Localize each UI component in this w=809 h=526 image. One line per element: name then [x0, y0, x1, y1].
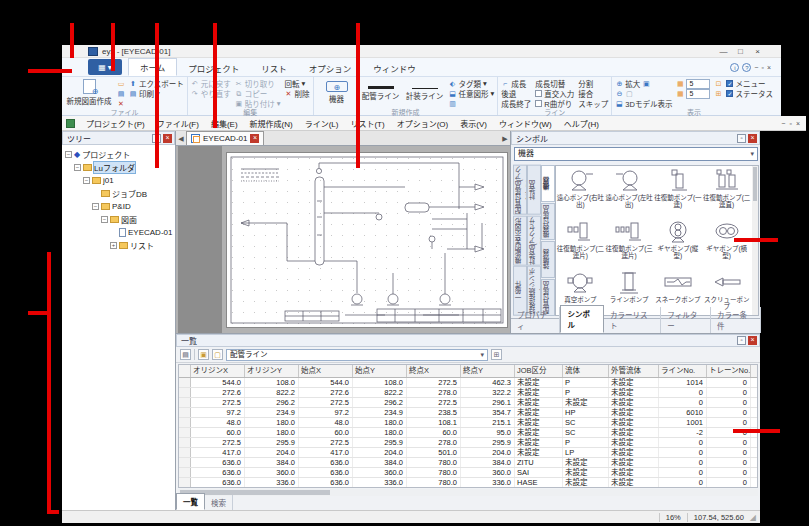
column-header[interactable]: オリジンX: [191, 365, 245, 377]
symbol-item[interactable]: ギヤポンプ(縦型): [654, 217, 703, 268]
resize-grip[interactable]: ◢: [750, 513, 756, 522]
save-button[interactable]: ▤: [117, 89, 125, 98]
tab-color-list[interactable]: カラーリスト: [604, 307, 661, 333]
menu-item[interactable]: オプション(O): [391, 118, 455, 129]
symbol-item[interactable]: 遠心ポンプ(右吐出): [556, 166, 605, 217]
collapse-icon[interactable]: −: [83, 177, 90, 184]
tree-item-j01[interactable]: −j01: [65, 174, 175, 187]
side-tab-active[interactable]: 機器: [541, 165, 555, 202]
tab-scroll-left-icon[interactable]: ◀: [176, 135, 186, 145]
retreat-button[interactable]: 後退: [501, 89, 531, 98]
row-selector[interactable]: [179, 418, 191, 427]
tab-list[interactable]: リスト: [250, 60, 298, 76]
table-row[interactable]: 417.0 204.0 417.0 204.0 501.0 204.0 未設定 …: [179, 448, 757, 458]
table-row[interactable]: 272.5 296.2 272.5 296.2 272.5 296.1 未設定 …: [179, 398, 757, 408]
table-row[interactable]: 272.5 295.9 272.5 295.9 278.0 295.9 未設定 …: [179, 438, 757, 448]
menu-checkbox[interactable]: ✓メニュー: [726, 79, 773, 88]
open-button[interactable]: ▭: [117, 79, 125, 88]
drawing-canvas[interactable]: [176, 146, 510, 333]
document-tab[interactable]: EYECAD-01 ×: [186, 131, 264, 145]
table-row[interactable]: 60.0 180.0 60.0 180.0 60.0 95.0 未設定 SC 未…: [179, 428, 757, 438]
extra-create-button[interactable]: ▥: [449, 99, 495, 108]
pin-icon[interactable]: ▫: [737, 336, 746, 345]
table-row[interactable]: 636.0 336.0 636.0 336.0 780.0 336.0 HASE…: [179, 478, 757, 488]
symbol-item[interactable]: 往復動ポンプ(三連片): [605, 217, 654, 268]
side-tab[interactable]: 雑機器: [541, 241, 555, 278]
side-tab[interactable]: 機器付属品: [541, 203, 555, 240]
mdi-restore-icon[interactable]: ▫: [761, 64, 763, 71]
tab-close-icon[interactable]: ×: [250, 134, 259, 143]
tree-item-list[interactable]: +リスト: [65, 239, 175, 252]
table-row[interactable]: 544.0 108.0 544.0 108.0 272.5 462.3 未設定 …: [179, 378, 757, 388]
status-checkbox[interactable]: ✓ステータス: [726, 89, 773, 98]
row-selector[interactable]: [179, 388, 191, 397]
tree-close-icon[interactable]: ×: [163, 134, 172, 143]
row-selector[interactable]: [179, 458, 191, 467]
grid-y-value[interactable]: 5: [686, 89, 710, 99]
collapse-icon[interactable]: −: [92, 203, 99, 210]
tab-window[interactable]: ウィンドウ: [362, 60, 427, 76]
delete-button[interactable]: ✕削除: [285, 89, 310, 98]
symbol-item[interactable]: 往復動ポンプ(二連直): [702, 166, 751, 217]
symbol-item[interactable]: 往復動ポンプ(二連片): [556, 217, 605, 268]
new-drawing-button[interactable]: ⊕ 新規図面作成: [65, 78, 113, 106]
tab-filter[interactable]: フィルター: [661, 307, 711, 333]
menu-item[interactable]: プロジェクト(P): [80, 118, 151, 129]
side-tab[interactable]: 機能的表示図形: [513, 216, 527, 266]
menu-item[interactable]: ヘルプ(H): [558, 118, 605, 129]
menu-item[interactable]: 新規作成(N): [244, 118, 299, 129]
list-close-icon[interactable]: ×: [748, 336, 757, 345]
tab-search[interactable]: 検索: [205, 495, 233, 510]
row-selector[interactable]: [179, 438, 191, 447]
equipment-button[interactable]: ⊕ 機器: [317, 78, 357, 104]
application-menu-button[interactable]: ▦▾: [88, 59, 122, 75]
clipboard-icon[interactable]: ▤: [180, 349, 191, 360]
zoom-level[interactable]: 16%: [666, 513, 681, 522]
child-restore-icon[interactable]: ▫: [789, 120, 791, 127]
symbol-item[interactable]: 往復動ポンプ(一連): [654, 166, 703, 217]
tree-item-pid[interactable]: −P&ID: [65, 200, 175, 213]
table-row[interactable]: 97.2 234.9 97.2 234.9 238.5 354.7 未設定 HP…: [179, 408, 757, 418]
minimize-button[interactable]: —: [716, 47, 731, 56]
child-minimize-icon[interactable]: −: [781, 120, 785, 127]
side-tab[interactable]: 計装品(アクセサリ): [527, 216, 541, 266]
rotate-button[interactable]: 回転▾: [285, 79, 310, 88]
row-selector[interactable]: [179, 468, 191, 477]
cut-button[interactable]: ✂切り取り: [235, 79, 281, 88]
symbol-close-icon[interactable]: ×: [748, 134, 757, 143]
row-selector[interactable]: [179, 478, 191, 487]
column-header[interactable]: ラインNo.: [659, 365, 707, 377]
symbol-category-select[interactable]: 機器 ▾: [514, 147, 758, 161]
folder-icon[interactable]: ▢: [212, 349, 223, 360]
column-header[interactable]: 始点X: [299, 365, 353, 377]
model3d-button[interactable]: ⬓3Dモデル表示: [615, 99, 672, 108]
tree-item-eyecad-01[interactable]: EYECAD-01: [65, 226, 175, 239]
maximize-button[interactable]: □: [733, 47, 748, 56]
column-header[interactable]: 終点X: [407, 365, 461, 377]
grid-x-stepper[interactable]: ▦5: [676, 79, 710, 88]
grid-x-value[interactable]: 5: [686, 79, 710, 89]
tab-scroll-right-icon[interactable]: ▶: [500, 135, 510, 145]
side-tab[interactable]: 計装品: [527, 165, 541, 215]
tab-color-condition[interactable]: カラー条件: [711, 307, 761, 333]
column-header[interactable]: トレーンNo.: [707, 365, 751, 377]
tab-home[interactable]: ホーム: [128, 58, 177, 76]
mdi-minimize-icon[interactable]: −: [754, 64, 758, 71]
child-close-icon[interactable]: ×: [796, 120, 800, 127]
tree-item-jobdb[interactable]: ジョブDB: [65, 187, 175, 200]
table-row[interactable]: 636.0 360.0 636.0 360.0 780.0 360.0 SAI …: [179, 468, 757, 478]
zoom-in-button[interactable]: ⊕拡大▣: [615, 79, 672, 88]
row-selector[interactable]: [179, 408, 191, 417]
table-row[interactable]: 272.6 822.2 272.6 822.2 278.0 322.2 未設定 …: [179, 388, 757, 398]
expand-icon[interactable]: +: [110, 242, 117, 249]
column-header[interactable]: JOB区分: [515, 365, 563, 377]
split-button[interactable]: 分割: [578, 79, 608, 88]
instrument-line-button[interactable]: 計装ライン: [405, 78, 445, 101]
pin-icon[interactable]: ▫: [737, 134, 746, 143]
help-icon[interactable]: ?: [742, 63, 751, 72]
tab-symbol[interactable]: シンボル: [560, 305, 604, 333]
symbol-item[interactable]: 遠心ポンプ(左吐出): [605, 166, 654, 217]
collapse-icon[interactable]: −: [74, 164, 81, 171]
side-tab[interactable]: 配管付属品(アクセサリ): [513, 165, 527, 215]
row-selector[interactable]: [179, 428, 191, 437]
